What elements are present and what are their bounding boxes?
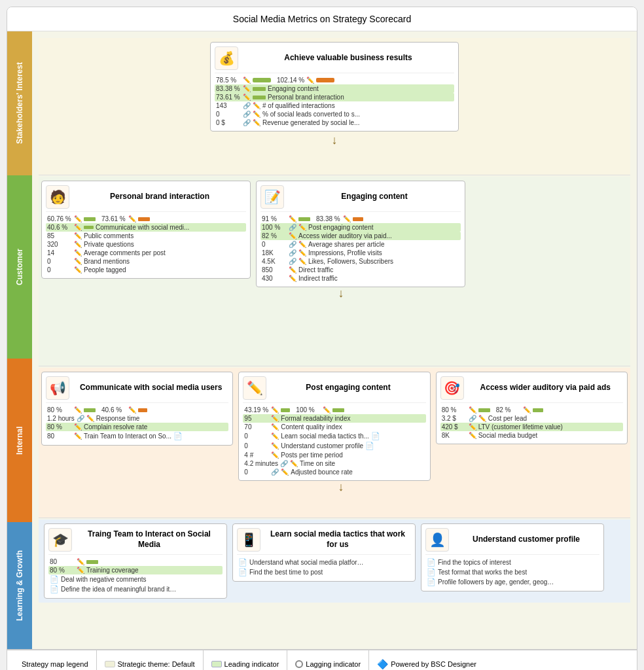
pencil-cm-3: ✏️ xyxy=(74,423,82,431)
footer-theme[interactable]: Strategic theme: Default xyxy=(97,650,204,670)
doc-icon-pe-4: 📄 xyxy=(371,432,380,440)
uc-metric-2: 📄 Test format that works the best xyxy=(425,567,599,577)
tt-metric-3: 📄 Deal with negative comments xyxy=(48,574,223,584)
pb-metric-7: 0 ✏️ People tagged xyxy=(46,266,246,274)
page-title-bar: Social Media Metrics on Strategy Scoreca… xyxy=(7,7,637,31)
diagram-area: 💰 Achieve valuable business results 78.5… xyxy=(32,31,637,649)
access-wider-title: Access wider auditory via paid ads xyxy=(468,383,623,393)
pencil-pe-1: ✏️ xyxy=(271,406,279,414)
stakeholders-metric-1: 78.5 % ✏️ 102.14 % ✏️ xyxy=(215,76,454,84)
link-icon-4: 🔗 xyxy=(243,102,251,109)
aw-metric-2: 3.2 $ 🔗 ✏️ Cost per lead xyxy=(440,414,623,423)
communicate-title: Communicate with social media users xyxy=(73,383,228,393)
pe-metric-2: 95 ✏️ Formal readability index xyxy=(243,414,425,423)
pencil-ec-7: ✏️ xyxy=(289,266,296,273)
pencil-pb-1b: ✏️ xyxy=(128,215,136,222)
engaging-content-card: 📝 Engaging content 91 % ✏️ 83.38 % ✏️ xyxy=(256,181,465,287)
tt-metric-1: 80 ✏️ xyxy=(48,557,223,566)
pencil-pb-6: ✏️ xyxy=(74,258,82,265)
pencil-ec-6: ✏️ xyxy=(298,258,306,265)
main-content: Stakeholders' Interest Customer Internal… xyxy=(7,31,637,649)
pencil-icon-5: ✏️ xyxy=(253,111,260,118)
link-cm-2: 🔗 xyxy=(77,415,84,422)
comm-metric-2: 1.2 hours 🔗 ✏️ Response time xyxy=(46,414,228,423)
lagging-dot xyxy=(295,660,303,668)
footer-brand[interactable]: 🔷 Powered by BSC Designer xyxy=(369,650,484,670)
pb-metric-6: 0 ✏️ Brand mentions xyxy=(46,257,246,266)
access-wider-card: 🎯 Access wider auditory via paid ads 80 … xyxy=(436,372,628,444)
ec-metric-1: 91 % ✏️ 83.38 % ✏️ xyxy=(260,215,461,223)
pencil-tt-2: ✏️ xyxy=(77,567,84,574)
ec-metric-3: 82 % ✏️ Access wider auditory via paid..… xyxy=(260,232,461,240)
pencil-pe-2: ✏️ xyxy=(271,415,279,422)
pencil-icon-6: ✏️ xyxy=(253,119,260,126)
doc-icon-uc-2: 📄 xyxy=(427,568,436,576)
understand-customer-card: 👤 Understand customer profile 📄 Find the… xyxy=(421,523,604,591)
doc-icon-tt-3: 📄 xyxy=(50,575,59,584)
pencil-pe-7: ✏️ xyxy=(290,460,298,467)
doc-icon-uc-3: 📄 xyxy=(427,578,436,586)
learn-tactics-card: 📱 Learn social media tactics that work f… xyxy=(232,523,416,582)
doc-icon-cm: 📄 xyxy=(173,432,183,440)
doc-icon-tt-4: 📄 xyxy=(50,585,59,593)
pencil-ec-1: ✏️ xyxy=(289,215,296,222)
pe-metric-6: 4 # ✏️ Posts per time period xyxy=(243,451,425,459)
internal-label: Internal xyxy=(7,359,32,522)
link-aw-2: 🔗 xyxy=(469,415,476,422)
footer-bar: Strategy map legend Strategic theme: Def… xyxy=(7,649,637,670)
leading-rect xyxy=(211,661,222,667)
pb-metric-1: 60.76 % ✏️ 73.61 % ✏️ xyxy=(46,215,246,223)
footer-leading[interactable]: Leading indicator xyxy=(204,650,288,670)
internal-section: 📢 Communicate with social media users 80… xyxy=(39,368,630,518)
graduation-icon: 🎓 xyxy=(48,528,72,552)
pencil-pb-1: ✏️ xyxy=(74,215,82,222)
post-engaging-header: ✏️ Post engaging content xyxy=(243,376,425,403)
footer-lagging[interactable]: Lagging indicator xyxy=(287,650,369,670)
pb-metric-5: 14 ✏️ Average comments per post xyxy=(46,249,246,257)
pb-metric-4: 320 ✏️ Private questions xyxy=(46,240,246,249)
pe-metric-7: 4.2 minutes 🔗 ✏️ Time on site xyxy=(243,459,425,468)
pencil-pb-5: ✏️ xyxy=(74,249,82,256)
pencil-aw-1b: ✏️ xyxy=(523,406,531,414)
stakeholders-card-wrap: 💰 Achieve valuable business results 78.5… xyxy=(41,42,628,132)
customer-arrow: ↓ xyxy=(54,287,628,299)
internal-row: 📢 Communicate with social media users 80… xyxy=(41,372,628,481)
lt-metric-2: 📄 Find the best time to post xyxy=(237,567,411,577)
link-icon-6: 🔗 xyxy=(243,119,251,126)
pencil-ec-8: ✏️ xyxy=(289,275,296,282)
megaphone-icon: 📢 xyxy=(46,376,69,400)
footer-legend[interactable]: Strategy map legend xyxy=(14,650,97,670)
communicate-card: 📢 Communicate with social media users 80… xyxy=(41,372,233,446)
stakeholders-card: 💰 Achieve valuable business results 78.5… xyxy=(210,42,459,132)
engaging-content-title: Engaging content xyxy=(288,192,461,202)
pencil-aw-2: ✏️ xyxy=(478,415,486,422)
pencil-aw-4: ✏️ xyxy=(469,432,476,439)
pencil-icon-1b: ✏️ xyxy=(306,77,314,84)
doc-icon-pe-5: 📄 xyxy=(365,442,374,450)
pencil-pe-4: ✏️ xyxy=(271,432,279,440)
learning-label: Learning & Growth xyxy=(7,522,32,649)
comm-metric-3: 80 % ✏️ Complain resolve rate xyxy=(46,423,228,431)
edit-icon: ✏️ xyxy=(243,376,266,400)
aw-metric-4: 8K ✏️ Social media budget xyxy=(440,431,623,440)
pencil-pe-1b: ✏️ xyxy=(323,406,331,414)
link-ec-6: 🔗 xyxy=(289,258,296,265)
pencil-pb-2: ✏️ xyxy=(74,224,82,231)
phone-icon: 📱 xyxy=(237,528,260,552)
link-ec-2: 🔗 xyxy=(289,224,296,231)
pencil-tt-1: ✏️ xyxy=(77,558,84,565)
personal-brand-card: 🧑 Personal brand interaction 60.76 % ✏️ … xyxy=(41,181,251,279)
pencil-pe-3: ✏️ xyxy=(271,423,279,431)
pb-metric-2: 40.6 % ✏️ Communicate with social medi..… xyxy=(46,223,246,232)
engaging-content-header: 📝 Engaging content xyxy=(260,185,461,212)
pencil-ec-3: ✏️ xyxy=(289,232,296,239)
stakeholders-metric-6: 0 $ 🔗 ✏️ Revenue generated by social le.… xyxy=(215,118,454,127)
lagging-label: Lagging indicator xyxy=(306,660,361,668)
learn-tactics-title: Learn social media tactics that work for… xyxy=(264,529,411,550)
pencil-pe-6: ✏️ xyxy=(271,451,279,459)
ec-metric-6: 4.5K 🔗 ✏️ Likes, Followers, Subscribers xyxy=(260,257,461,266)
uc-metric-3: 📄 Profile followers by age, gender, geog… xyxy=(425,577,599,587)
leading-label: Leading indicator xyxy=(224,660,279,668)
doc-icon-lt-2: 📄 xyxy=(238,568,247,576)
pe-metric-4: 0 ✏️ Learn social media tactics th... 📄 xyxy=(243,431,425,441)
